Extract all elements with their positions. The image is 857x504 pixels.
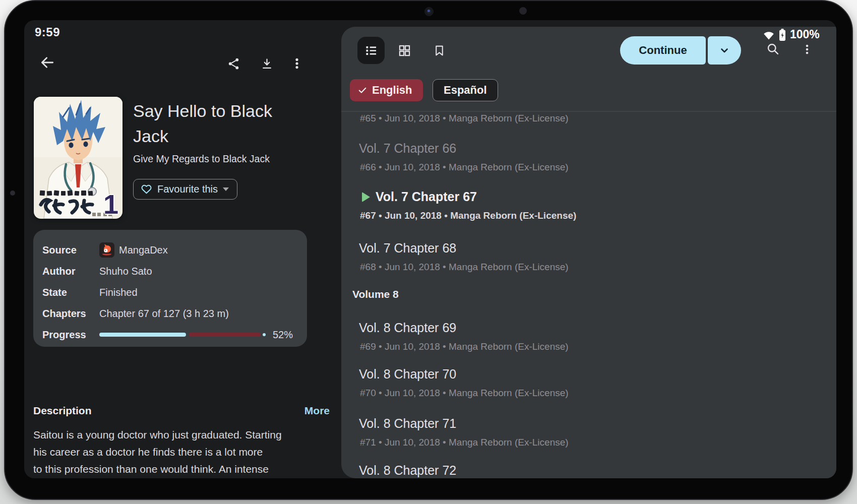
state-value: Finished — [99, 287, 138, 298]
continue-dropdown-button[interactable] — [708, 36, 741, 65]
manga-info-card: Source MangaDex Author Shuho Sato — [33, 230, 307, 347]
progress-bar-endstop — [263, 333, 266, 336]
more-icon — [290, 57, 303, 70]
side-camera-icon — [10, 191, 15, 196]
continue-reading-button[interactable]: Continue — [620, 36, 706, 65]
photo-background: 9:59 — [0, 0, 857, 504]
manga-title: Say Hello to Black Jack — [133, 98, 299, 149]
chapter-subtitle: #70 • Jun 10, 2018 • Manga Reborn (Ex-Li… — [360, 387, 813, 399]
chapter-title: Vol. 8 Chapter 70 — [359, 366, 813, 382]
progress-bar-rest — [189, 333, 261, 337]
author-value: Shuho Sato — [99, 266, 152, 277]
panel-overflow-button[interactable] — [801, 43, 813, 55]
front-camera-icon — [424, 7, 434, 16]
list-divider — [341, 111, 836, 112]
chapter-title: Vol. 7 Chapter 67 — [376, 189, 813, 204]
chapters-value: Chapter 67 of 127 (3 h 23 m) — [99, 308, 229, 320]
back-button[interactable] — [39, 54, 55, 71]
system-status: 100% — [763, 28, 820, 41]
bookmarked-filter-button[interactable] — [433, 44, 446, 57]
progress-bar — [99, 333, 266, 337]
chapter-row-72[interactable]: Vol. 8 Chapter 72 — [359, 463, 813, 478]
chevron-down-icon — [223, 187, 229, 191]
chapter-subtitle: #67 • Jun 10, 2018 • Manga Reborn (Ex-Li… — [360, 210, 813, 222]
description-text[interactable]: Saitou is a young doctor who just gradua… — [33, 426, 312, 478]
status-clock: 9:59 — [35, 25, 60, 39]
description-heading: Description — [33, 405, 92, 417]
chapter-row-71[interactable]: Vol. 8 Chapter 71 #71 • Jun 10, 2018 • M… — [359, 416, 813, 449]
play-icon — [362, 192, 370, 202]
progress-label: Progress — [42, 329, 99, 341]
chapter-title: Vol. 7 Chapter 68 — [359, 240, 813, 256]
mangadex-icon — [99, 242, 114, 258]
heart-icon — [141, 184, 152, 195]
chapter-row-67-current[interactable]: Vol. 7 Chapter 67 #67 • Jun 10, 2018 • M… — [359, 189, 813, 222]
chip-label: English — [372, 84, 412, 97]
source-value[interactable]: MangaDex — [99, 242, 168, 258]
tablet-frame: 9:59 — [4, 0, 853, 500]
battery-icon — [779, 28, 786, 41]
progress-percent: 52% — [273, 329, 293, 341]
filter-chip-espanol[interactable]: Español — [433, 79, 498, 101]
author-label: Author — [42, 266, 99, 277]
app-screen: 9:59 — [24, 20, 836, 478]
wifi-icon — [763, 29, 775, 40]
more-icon — [801, 43, 813, 55]
download-button[interactable] — [260, 57, 274, 71]
volume-header: Volume 8 — [352, 288, 399, 300]
chapter-row-65[interactable]: #65 • Jun 10, 2018 • Manga Reborn (Ex-Li… — [359, 112, 813, 124]
favourite-label: Favourite this — [157, 183, 218, 195]
search-button[interactable] — [766, 42, 780, 56]
manga-alt-title: Give My Regards to Black Jack — [133, 153, 270, 165]
continue-label: Continue — [639, 44, 687, 57]
source-name: MangaDex — [119, 244, 168, 256]
share-button[interactable] — [227, 57, 240, 71]
chapter-subtitle: #71 • Jun 10, 2018 • Manga Reborn (Ex-Li… — [360, 436, 813, 449]
battery-percent: 100% — [790, 28, 820, 41]
manga-cover[interactable]: 1 — [34, 97, 123, 219]
grid-view-icon — [398, 44, 411, 57]
share-icon — [227, 57, 240, 71]
chapter-subtitle: #65 • Jun 10, 2018 • Manga Reborn (Ex-Li… — [360, 112, 813, 124]
cover-volume-number: 1 — [103, 191, 118, 218]
chapter-title: Vol. 8 Chapter 69 — [359, 320, 813, 335]
state-label: State — [42, 287, 99, 298]
sensor-dot-icon — [519, 7, 527, 15]
chapter-row-70[interactable]: Vol. 8 Chapter 70 #70 • Jun 10, 2018 • M… — [359, 366, 813, 399]
list-view-icon — [364, 44, 378, 57]
download-icon — [260, 57, 274, 71]
chapters-panel: Continue 100% — [341, 27, 836, 478]
overflow-menu-button[interactable] — [290, 57, 303, 70]
chapter-subtitle: #68 • Jun 10, 2018 • Manga Reborn (Ex-Li… — [360, 261, 813, 273]
chapter-subtitle: #69 • Jun 10, 2018 • Manga Reborn (Ex-Li… — [360, 341, 813, 353]
chapter-title: Vol. 8 Chapter 72 — [359, 463, 813, 478]
bookmark-icon — [433, 44, 446, 57]
back-icon — [39, 54, 55, 71]
chapter-title: Vol. 7 Chapter 66 — [359, 141, 813, 156]
search-icon — [766, 42, 780, 56]
chapter-title: Vol. 8 Chapter 71 — [359, 416, 813, 431]
chapters-label: Chapters — [42, 308, 99, 320]
favourite-button[interactable]: Favourite this — [133, 179, 237, 200]
chapter-row-68[interactable]: Vol. 7 Chapter 68 #68 • Jun 10, 2018 • M… — [359, 240, 813, 273]
manga-details-pane: 9:59 — [24, 20, 341, 478]
filter-chip-english[interactable]: English — [350, 79, 423, 101]
chapter-subtitle: #66 • Jun 10, 2018 • Manga Reborn (Ex-Li… — [360, 161, 813, 173]
check-icon — [357, 85, 368, 95]
progress-bar-done — [99, 333, 186, 337]
chapter-row-69[interactable]: Vol. 8 Chapter 69 #69 • Jun 10, 2018 • M… — [359, 320, 813, 353]
chip-label: Español — [444, 84, 487, 97]
list-view-button[interactable] — [357, 37, 385, 64]
description-more-link[interactable]: More — [304, 405, 330, 417]
chapter-row-66[interactable]: Vol. 7 Chapter 66 #66 • Jun 10, 2018 • M… — [359, 141, 813, 173]
chevron-down-icon — [718, 44, 730, 56]
grid-view-button[interactable] — [398, 44, 411, 57]
source-label: Source — [42, 244, 99, 256]
